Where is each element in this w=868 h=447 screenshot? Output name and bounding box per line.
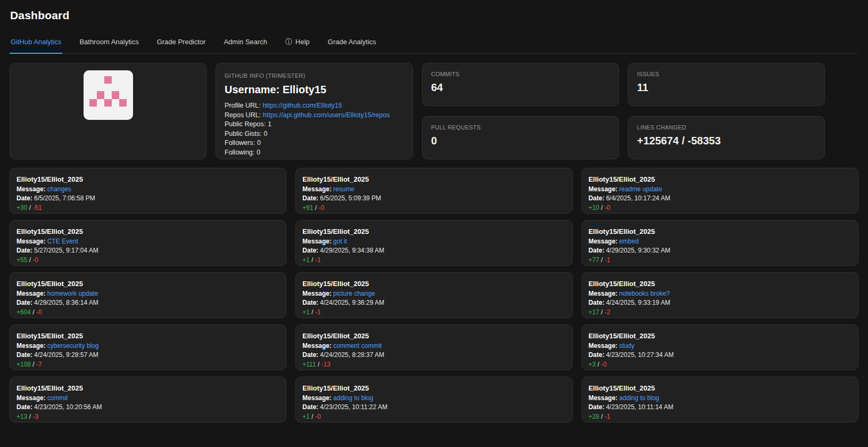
commit-deletions: -0 bbox=[32, 256, 38, 264]
commit-message-link[interactable]: study bbox=[619, 342, 634, 350]
commit-diff: +55 / -0 bbox=[16, 256, 279, 264]
commit-card: Ellioty15/Elliot_2025 Message:embed Date… bbox=[582, 220, 858, 266]
field-label: Public Gists: bbox=[225, 130, 261, 137]
commit-message-link[interactable]: homework update bbox=[47, 290, 98, 297]
diff-separator: / bbox=[599, 256, 605, 264]
field-value: 0 bbox=[263, 130, 267, 137]
commit-repo: Ellioty15/Elliot_2025 bbox=[302, 227, 565, 235]
commit-date-line: Date:4/23/2025, 10:27:34 AM bbox=[589, 351, 852, 359]
commit-repo: Ellioty15/Elliot_2025 bbox=[302, 280, 565, 288]
diff-separator: / bbox=[310, 256, 315, 264]
commit-additions: +77 bbox=[589, 256, 599, 264]
commit-message-link[interactable]: adding to blog bbox=[333, 394, 373, 402]
diff-separator: / bbox=[313, 204, 319, 212]
commit-message-link[interactable]: embed bbox=[619, 238, 639, 245]
identicon-pixel-on bbox=[89, 99, 97, 107]
tab-label: GitHub Analytics bbox=[11, 38, 61, 46]
message-label: Message: bbox=[302, 290, 332, 297]
commit-message-line: Message:study bbox=[589, 342, 852, 350]
commit-message-link[interactable]: readme update bbox=[619, 185, 662, 193]
commit-deletions: -0 bbox=[36, 308, 42, 316]
github-info-field: Followers:0 bbox=[225, 139, 404, 148]
github-info-field: Repos URL:https://api.github.com/users/E… bbox=[225, 111, 404, 120]
identicon-avatar bbox=[84, 70, 133, 120]
commit-additions: +28 bbox=[589, 413, 599, 420]
tab-github-analytics[interactable]: GitHub Analytics bbox=[10, 34, 62, 53]
diff-separator: / bbox=[599, 413, 605, 420]
commit-message-link[interactable]: CTE Event bbox=[47, 238, 78, 245]
github-info-field: Public Gists:0 bbox=[225, 129, 404, 139]
commit-date: 4/29/2025, 9:30:32 AM bbox=[606, 247, 671, 254]
stat-card-commits: COMMITS 64 bbox=[422, 63, 619, 106]
commit-date-line: Date:6/5/2025, 7:06:58 PM bbox=[16, 194, 279, 202]
github-username: Username: Ellioty15 bbox=[225, 84, 404, 96]
identicon-pixel-off bbox=[119, 84, 127, 91]
commit-message-line: Message:notebooks broke? bbox=[589, 290, 852, 297]
tab-help[interactable]: ⓘ Help bbox=[284, 34, 311, 53]
message-label: Message: bbox=[16, 342, 46, 350]
commit-diff: +604 / -0 bbox=[16, 308, 279, 316]
commit-card: Ellioty15/Elliot_2025 Message:picture ch… bbox=[295, 272, 572, 318]
commit-message-link[interactable]: got it bbox=[333, 238, 347, 245]
commit-date: 4/24/2025, 9:33:19 AM bbox=[606, 299, 671, 306]
commit-repo: Ellioty15/Elliot_2025 bbox=[16, 280, 279, 288]
commit-repo: Ellioty15/Elliot_2025 bbox=[16, 332, 279, 340]
commit-date: 6/4/2025, 10:17:24 AM bbox=[606, 194, 671, 202]
stat-value: 0 bbox=[431, 135, 610, 147]
identicon-pixel-on bbox=[119, 99, 127, 107]
commit-deletions: -7 bbox=[36, 361, 42, 368]
date-label: Date: bbox=[16, 403, 32, 411]
tab-grade-analytics[interactable]: Grade Analytics bbox=[327, 34, 377, 53]
identicon-pixel-off bbox=[89, 84, 97, 91]
diff-separator: / bbox=[31, 308, 36, 316]
profile-url-link[interactable]: https://github.com/Ellioty15 bbox=[262, 102, 342, 109]
identicon-pixel-off bbox=[97, 107, 104, 114]
commit-deletions: -1 bbox=[605, 256, 610, 264]
commit-message-link[interactable]: notebooks broke? bbox=[619, 290, 669, 297]
repos-url-link[interactable]: https://api.github.com/users/Ellioty15/r… bbox=[263, 111, 390, 119]
commit-diff: +91 / -0 bbox=[302, 204, 565, 212]
commit-message-link[interactable]: resume bbox=[333, 185, 354, 193]
date-label: Date: bbox=[589, 247, 605, 254]
commit-diff: +111 / -13 bbox=[302, 361, 565, 368]
commit-additions: +3 bbox=[589, 361, 596, 368]
commit-message-line: Message:readme update bbox=[589, 185, 852, 193]
commit-message-link[interactable]: adding to blog bbox=[619, 394, 659, 402]
commit-date-line: Date:6/4/2025, 10:17:24 AM bbox=[589, 194, 852, 202]
commit-date: 4/23/2025, 10:27:34 AM bbox=[606, 351, 674, 359]
identicon-pixel-off bbox=[119, 91, 127, 99]
commit-repo: Ellioty15/Elliot_2025 bbox=[589, 280, 852, 288]
tab-bathroom-analytics[interactable]: Bathroom Analytics bbox=[78, 34, 139, 53]
identicon-pixel-off bbox=[112, 84, 119, 91]
commit-deletions: -0 bbox=[319, 204, 325, 212]
commit-message-link[interactable]: picture change bbox=[333, 290, 375, 297]
stat-value: +125674 / -58353 bbox=[637, 135, 816, 147]
commit-date-line: Date:5/27/2025, 9:17:04 AM bbox=[16, 247, 279, 254]
commit-message-line: Message:adding to blog bbox=[302, 394, 565, 402]
date-label: Date: bbox=[16, 194, 32, 202]
commit-date-line: Date:4/23/2025, 10:11:22 AM bbox=[302, 403, 565, 411]
date-label: Date: bbox=[16, 351, 32, 359]
commit-message-line: Message:resume bbox=[302, 185, 565, 193]
tab-grade-predictor[interactable]: Grade Predictor bbox=[156, 34, 207, 53]
commit-message-link[interactable]: comment commit bbox=[333, 342, 382, 350]
date-label: Date: bbox=[302, 194, 318, 202]
commit-card: Ellioty15/Elliot_2025 Message:resume Dat… bbox=[295, 168, 572, 214]
commit-card: Ellioty15/Elliot_2025 Message:adding to … bbox=[582, 377, 858, 422]
commit-date-line: Date:4/23/2025, 10:11:14 AM bbox=[589, 403, 852, 411]
tab-admin-search[interactable]: Admin Search bbox=[222, 34, 268, 53]
commit-additions: +108 bbox=[16, 361, 31, 368]
commit-message-link[interactable]: commit bbox=[47, 394, 68, 402]
commit-message-link[interactable]: changes bbox=[47, 185, 71, 193]
commit-repo: Ellioty15/Elliot_2025 bbox=[302, 384, 565, 392]
identicon-pixel-off bbox=[119, 76, 127, 84]
commit-card: Ellioty15/Elliot_2025 Message:notebooks … bbox=[582, 272, 858, 318]
commit-message-line: Message:picture change bbox=[302, 290, 565, 297]
commit-message-link[interactable]: cybersecurity blog bbox=[47, 342, 99, 350]
commit-date-line: Date:4/29/2025, 9:34:38 AM bbox=[302, 247, 565, 254]
commit-date-line: Date:4/24/2025, 9:36:29 AM bbox=[302, 299, 565, 306]
field-value: 0 bbox=[257, 139, 261, 147]
field-value: 1 bbox=[268, 120, 271, 128]
identicon-pixel-on bbox=[112, 91, 119, 99]
commit-date-line: Date:4/24/2025, 8:28:37 AM bbox=[302, 351, 565, 359]
